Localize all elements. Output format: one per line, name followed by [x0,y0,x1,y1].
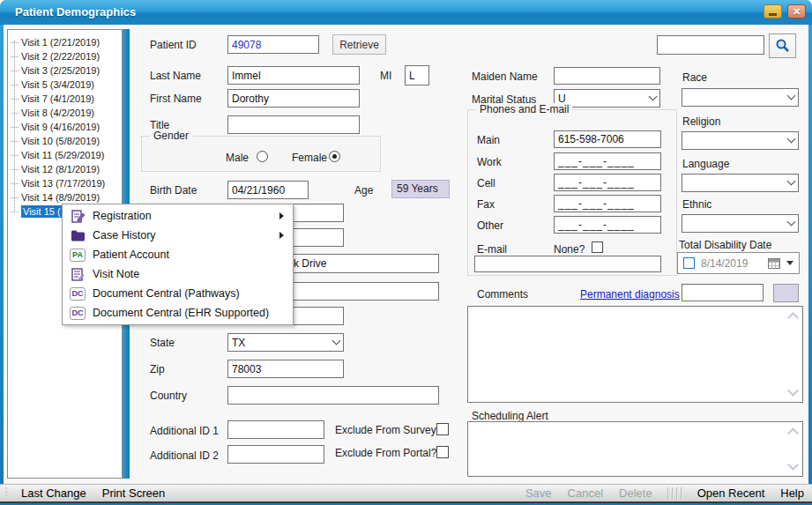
exclude-survey-checkbox[interactable] [436,423,449,435]
tree-item-visit-9[interactable]: Visit 9 (4/16/2019) [11,120,100,134]
calendar-icon [768,258,780,269]
state-select[interactable]: TX [227,333,344,352]
menu-item-registration[interactable]: Registration [63,206,293,226]
zip-input[interactable] [227,360,344,378]
chevron-down-icon [787,135,796,144]
ethnic-label: Ethnic [682,198,711,211]
scroll-up-icon[interactable] [787,427,799,439]
statusbar-separator [667,487,682,500]
female-radio[interactable] [329,151,340,162]
close-button[interactable]: ✕ [787,4,806,19]
last-name-label: Last Name [150,70,201,82]
religion-select[interactable] [682,131,799,150]
race-select[interactable] [682,88,799,107]
open-recent-button[interactable]: Open Recent [689,486,773,500]
grip-icon [5,487,8,500]
minimize-button[interactable] [764,4,782,19]
tree-item-visit-1[interactable]: Visit 1 (2/21/2019) [11,35,100,49]
help-button[interactable]: Help [772,486,812,500]
title-input[interactable] [227,115,360,134]
print-screen-button[interactable]: Print Screen [94,486,174,500]
age-value-box: 59 Years [391,180,450,198]
exclude-portal-label: Exclude From Portal? [335,447,436,459]
menu-item-patient-account[interactable]: PA Patient Account [63,245,293,264]
language-select[interactable] [682,174,799,192]
language-label: Language [682,158,729,170]
patient-id-label: Patient ID [150,39,197,51]
scroll-down-icon[interactable] [787,385,799,397]
phone-other-input[interactable] [554,216,661,234]
scroll-up-icon[interactable] [787,312,799,323]
visit-note-icon [63,267,93,282]
age-label: Age [354,184,373,197]
permanent-diagnosis-input[interactable] [682,284,764,301]
email-label: E-mail [477,243,507,256]
additional-id-2-label: Additional ID 2 [150,449,219,462]
scroll-down-icon[interactable] [787,459,799,471]
last-change-button[interactable]: Last Change [13,486,94,500]
total-disability-date-picker[interactable]: 8/14/2019 [677,252,800,274]
tree-item-visit-2[interactable]: Visit 2 (2/22/2019) [11,49,100,63]
total-disability-label: Total Disability Date [679,239,771,251]
retrieve-button[interactable]: Retrieve [332,34,386,55]
save-button[interactable]: Save [518,486,560,500]
close-icon: ✕ [793,6,801,18]
phone-other-label: Other [477,219,503,232]
cancel-button[interactable]: Cancel [560,486,611,500]
menu-item-visit-note[interactable]: Visit Note [63,264,293,284]
email-none-checkbox[interactable] [592,241,603,253]
search-button[interactable] [769,33,796,58]
case-history-folder-icon [63,229,93,242]
tree-item-visit-13[interactable]: Visit 13 (7/17/2019) [11,176,105,190]
menu-item-document-central-pathways[interactable]: DC Document Central (Pathways) [63,284,293,303]
comments-label: Comments [477,288,528,301]
first-name-input[interactable] [227,89,360,108]
minimize-icon [769,13,777,16]
tree-item-visit-7[interactable]: Visit 7 (4/1/2019) [11,92,94,106]
religion-label: Religion [682,115,720,128]
country-label: Country [150,390,187,402]
scheduling-alert-textarea[interactable] [467,421,803,477]
additional-id-1-input[interactable] [227,420,324,439]
mi-label: MI [380,70,391,82]
document-central-icon: DC [63,287,93,301]
email-input[interactable] [474,256,661,272]
tree-item-visit-10[interactable]: Visit 10 (5/8/2019) [11,134,100,148]
male-radio[interactable] [257,151,268,162]
chevron-down-icon [787,92,796,100]
tree-item-visit-8[interactable]: Visit 8 (4/2/2019) [11,106,94,120]
submenu-arrow-icon [279,212,284,219]
phone-fax-input[interactable] [554,195,661,212]
comments-textarea[interactable] [467,306,803,403]
chevron-down-icon [649,93,658,101]
tree-item-visit-5[interactable]: Visit 5 (3/4/2019) [11,78,94,92]
diagnosis-lookup-button[interactable] [773,284,799,302]
visit-context-menu: Registration Case History PA Patient Acc… [62,204,294,325]
document-central-icon: DC [63,307,93,320]
tree-item-visit-12[interactable]: Visit 12 (8/1/2019) [11,162,100,176]
phone-cell-input[interactable] [554,174,661,191]
phone-work-input[interactable] [554,152,661,170]
mi-input[interactable] [405,65,429,85]
menu-item-case-history[interactable]: Case History [63,226,293,245]
last-name-input[interactable] [227,66,360,85]
phone-main-input[interactable] [554,130,661,148]
tree-item-visit-11[interactable]: Visit 11 (5/29/2019) [11,148,104,162]
birth-date-input[interactable] [227,181,309,199]
delete-button[interactable]: Delete [611,486,660,500]
permanent-diagnosis-link[interactable]: Permanent diagnosis [580,288,680,301]
search-input[interactable] [657,35,764,55]
exclude-portal-checkbox[interactable] [436,446,449,458]
maiden-name-input[interactable] [554,67,660,85]
patient-demographics-window: Patient Demographics ✕ Visit 1 (2/21/201… [0,0,812,505]
scheduling-alert-label: Scheduling Alert [472,410,548,422]
additional-id-2-input[interactable] [227,445,324,464]
menu-item-document-central-ehr[interactable]: DC Document Central (EHR Supported) [63,303,293,323]
tree-item-visit-14[interactable]: Visit 14 (8/9/2019) [11,190,100,204]
tree-item-visit-3[interactable]: Visit 3 (2/25/2019) [11,63,100,78]
country-input[interactable] [227,386,439,405]
ethnic-select[interactable] [682,214,799,233]
patient-id-input[interactable] [227,35,319,54]
chevron-down-icon [332,337,341,345]
date-enable-checkbox[interactable] [683,257,695,269]
